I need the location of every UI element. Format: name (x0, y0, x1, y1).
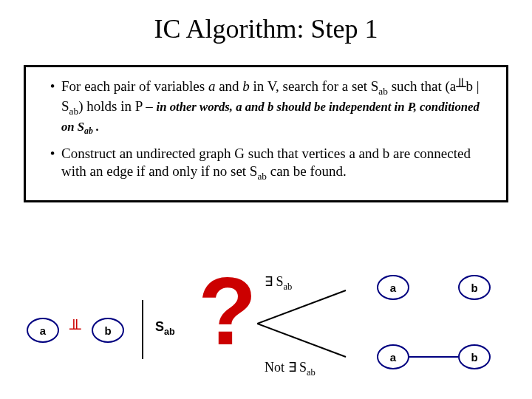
node-b-bottom: b (458, 344, 491, 369)
node-a-bottom: a (377, 344, 409, 369)
edge-ab (409, 356, 458, 358)
content-box: • For each pair of variables a and b in … (24, 65, 508, 202)
independence-symbol: ╨ (69, 319, 81, 338)
conditioning-bar (142, 300, 143, 359)
svg-line-1 (257, 324, 346, 357)
bullet-2-text: Construct an undirected graph G such tha… (61, 145, 488, 183)
node-a-left: a (27, 318, 59, 343)
node-a-top: a (377, 275, 409, 300)
slide-title: IC Algorithm: Step 1 (0, 13, 532, 44)
bullet-1: • For each pair of variables a and b in … (44, 78, 488, 137)
branch-icon (257, 287, 353, 361)
not-exists-sab-label: Not ∃ Sab (265, 359, 316, 378)
question-mark-icon: ? (198, 263, 256, 359)
diagram-area: a ╨ b Sab ? ∃ Sab Not ∃ Sab a b a b (0, 266, 532, 392)
node-b-left: b (92, 318, 124, 343)
bullet-1-text: For each pair of variables a and b in V,… (61, 78, 488, 137)
exists-sab-label: ∃ Sab (265, 273, 292, 293)
node-b-top: b (458, 275, 491, 300)
bullet-marker: • (44, 145, 61, 183)
bullet-2: • Construct an undirected graph G such t… (44, 145, 488, 183)
svg-line-0 (257, 290, 346, 324)
bullet-marker: • (44, 78, 61, 137)
sab-label: Sab (155, 319, 175, 337)
